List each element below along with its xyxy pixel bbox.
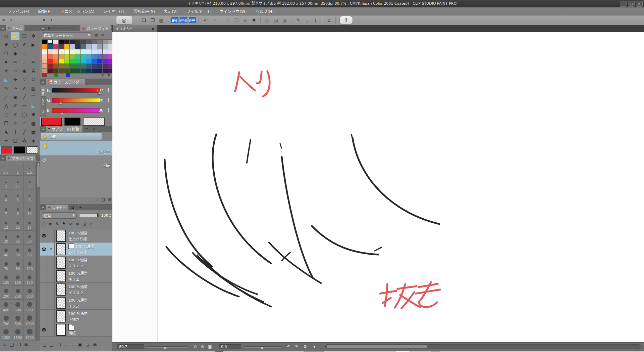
brush-size-cell[interactable]: 1200 — [0, 327, 12, 341]
colorset-settings-button[interactable]: ⊞ — [101, 33, 104, 37]
apply-mask-button[interactable]: ◪ — [86, 342, 90, 347]
scrollbar-thumb[interactable] — [37, 166, 40, 187]
snap-to-ruler-button[interactable]: ∴ — [223, 16, 232, 24]
color-swatch[interactable] — [64, 54, 69, 58]
color-swatch[interactable] — [42, 44, 47, 49]
vector-corner-button[interactable]: ◞ — [303, 16, 311, 24]
tool-pen[interactable]: ✒ — [2, 58, 11, 67]
tool-frame[interactable]: ▦ — [29, 128, 38, 136]
clip-studio-learn-button[interactable]: ⌂ — [325, 16, 333, 24]
new-layer-folder-button[interactable]: ❑ — [50, 342, 54, 347]
collapse-mid-panel-icon2[interactable]: ‹ — [50, 17, 52, 23]
transfer-down-button[interactable]: ↓ — [71, 342, 75, 347]
save-button[interactable]: ▤ — [157, 16, 166, 24]
sub-color-swatch[interactable] — [14, 146, 25, 153]
color-swatch[interactable] — [92, 54, 97, 58]
color-swatch[interactable] — [48, 40, 53, 44]
layer-row[interactable]: ✐ 100 %通常 イリス 2 — [40, 283, 112, 296]
new-raster-layer-button[interactable]: ❏ — [42, 342, 46, 347]
color-swatch[interactable] — [70, 59, 75, 63]
brush-size-cell[interactable]: 8 — [12, 203, 24, 217]
color-swatch[interactable] — [86, 54, 91, 58]
panel-menu-icon[interactable]: ≡ — [40, 127, 46, 132]
wrench-icon[interactable]: ❖ — [107, 73, 110, 77]
rotate-right-button[interactable]: ↷ — [293, 344, 300, 349]
brush-size-cell[interactable]: 1700 — [24, 327, 36, 341]
tool-curve-2[interactable]: ◜ — [20, 119, 29, 128]
color-swatch[interactable] — [59, 49, 64, 54]
tool-blend[interactable]: ◉ — [20, 67, 29, 75]
panel-menu-icon[interactable]: ≡ — [40, 205, 46, 210]
menu-item[interactable]: ヘルプ(H) — [251, 8, 278, 14]
brush-size-cell[interactable]: 10 — [24, 203, 36, 217]
color-swatch[interactable] — [103, 59, 108, 63]
menu-item[interactable]: 表示(V) — [159, 8, 182, 14]
brush-size-cell[interactable]: 50 — [12, 245, 24, 258]
brush-size-cell[interactable]: 800 — [12, 313, 24, 327]
tool-polygon-lasso[interactable]: ◌ — [2, 110, 11, 119]
quick-color-blue[interactable] — [66, 73, 70, 77]
color-swatch[interactable] — [92, 44, 97, 49]
tool-select-area[interactable]: ❒ — [2, 119, 11, 128]
brush-size-cell[interactable]: 200 — [0, 286, 12, 300]
snap-to-guide-button[interactable]: ◈ — [241, 16, 250, 24]
delete-subtool-button[interactable]: ⊠ — [108, 197, 111, 202]
brush-size-cell[interactable]: 500 — [12, 300, 24, 313]
rotation-slider[interactable] — [244, 346, 281, 347]
brush-size-cell[interactable]: 17 — [24, 217, 36, 231]
color-swatch[interactable] — [59, 64, 64, 68]
brush-size-cell[interactable]: 15 — [12, 217, 24, 231]
layer-thumbnail[interactable] — [56, 310, 66, 322]
color-swatch[interactable] — [75, 40, 80, 44]
reference-layer-button[interactable]: ⚑ — [62, 221, 66, 226]
tool-line-2[interactable]: ╱ — [20, 128, 29, 136]
layer-row[interactable]: ✐ 100 %通常 イリス — [40, 296, 112, 310]
layer-row[interactable]: ✐ 100 %通常 仕上がり線 — [40, 229, 112, 243]
color-swatch[interactable] — [81, 40, 86, 44]
vector-snap-pen-button[interactable]: ✎ — [294, 16, 303, 24]
color-swatch[interactable] — [97, 54, 102, 58]
transparent-color-swatch[interactable] — [26, 146, 38, 153]
color-swatch[interactable] — [42, 40, 47, 44]
color-swatch[interactable] — [70, 54, 75, 58]
subtool-extra-tab-1[interactable]: ✒ — [83, 126, 90, 132]
document-tab[interactable]: イリキリ* ● — [113, 25, 157, 32]
tool-text-2[interactable]: A — [2, 128, 11, 136]
subtool-group-move[interactable]: ✋ 移動 — [41, 133, 102, 140]
tool-spray-2[interactable]: ∷ — [29, 75, 38, 84]
color-swatch[interactable] — [42, 49, 47, 54]
tool-bucket[interactable]: ◈ — [29, 136, 38, 145]
undo-button[interactable]: ↶ — [201, 16, 210, 24]
panel-menu-icon[interactable]: ≡ — [40, 26, 46, 31]
value-spinner[interactable]: ▲▼ — [108, 87, 109, 93]
main-color-swatch[interactable] — [1, 146, 12, 153]
color-swatch[interactable] — [92, 49, 97, 54]
color-swatch[interactable] — [75, 49, 80, 54]
tool-nib[interactable]: ✒ — [2, 136, 11, 145]
panel-menu-icon[interactable]: ≡ — [40, 80, 46, 85]
brush-size-cell[interactable]: 20 — [0, 231, 12, 245]
color-swatch[interactable] — [81, 64, 86, 68]
color-swatch[interactable] — [53, 59, 58, 63]
help-button[interactable]: ? — [339, 16, 353, 25]
brush-size-cell[interactable]: 1 — [12, 162, 24, 176]
color-swatch[interactable] — [64, 40, 69, 44]
layer-thumbnail[interactable] — [56, 297, 66, 309]
brush-size-cell[interactable]: 3 — [24, 176, 36, 189]
selection-convert-button[interactable]: ◪ — [272, 16, 280, 24]
tool-balloon[interactable]: ❍ — [2, 49, 11, 58]
delete-item-button[interactable]: ⊠ — [24, 342, 28, 347]
subtool-extra-tab-2[interactable]: ✔ — [90, 126, 98, 132]
tool-sparkle[interactable]: ✺ — [29, 110, 38, 119]
new-canvas-button[interactable]: ❏ — [140, 16, 148, 24]
tool-ruler[interactable]: ◣ — [2, 75, 11, 84]
tool-empty[interactable] — [29, 49, 38, 58]
color-swatch[interactable] — [59, 54, 64, 58]
collapse-left-panel-icon2[interactable]: ‹ — [10, 17, 12, 23]
panel-menu-icon[interactable]: ≡ — [0, 26, 5, 31]
scrollbar-thumb[interactable] — [327, 345, 427, 348]
color-swatch[interactable] — [75, 59, 80, 63]
panel-menu-icon[interactable]: ≡ — [0, 156, 5, 161]
brush-size-cell[interactable]: 600 — [24, 300, 36, 313]
tool-object[interactable]: ❑ — [20, 32, 29, 40]
